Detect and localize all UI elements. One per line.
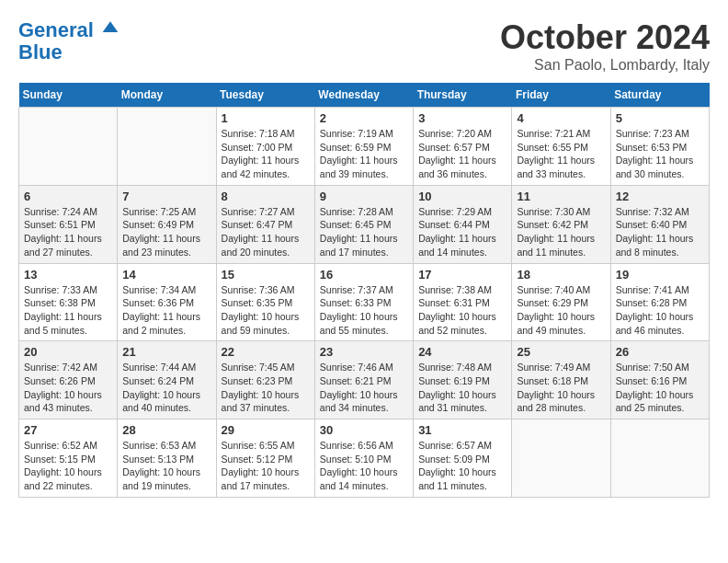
day-info: Sunrise: 7:27 AMSunset: 6:47 PMDaylight:…	[222, 205, 310, 259]
day-number: 13	[24, 268, 112, 282]
calendar-cell	[512, 419, 610, 498]
calendar-cell: 2Sunrise: 7:19 AMSunset: 6:59 PMDaylight…	[314, 108, 413, 186]
weekday-header-friday: Friday	[512, 83, 610, 108]
day-info: Sunrise: 7:25 AMSunset: 6:49 PMDaylight:…	[122, 205, 210, 259]
day-info: Sunrise: 6:56 AMSunset: 5:10 PMDaylight:…	[320, 439, 408, 493]
day-number: 30	[320, 423, 408, 437]
day-info: Sunrise: 7:18 AMSunset: 7:00 PMDaylight:…	[222, 127, 310, 181]
day-number: 28	[122, 423, 210, 437]
day-number: 12	[616, 190, 704, 203]
calendar-cell: 6Sunrise: 7:24 AMSunset: 6:51 PMDaylight…	[19, 185, 118, 263]
calendar-cell: 24Sunrise: 7:48 AMSunset: 6:19 PMDayligh…	[414, 341, 512, 419]
week-row-4: 20Sunrise: 7:42 AMSunset: 6:26 PMDayligh…	[19, 341, 710, 419]
weekday-header-saturday: Saturday	[610, 83, 709, 108]
day-info: Sunrise: 7:49 AMSunset: 6:18 PMDaylight:…	[517, 361, 605, 415]
day-info: Sunrise: 6:53 AMSunset: 5:13 PMDaylight:…	[122, 439, 210, 493]
day-number: 26	[616, 345, 704, 359]
calendar-cell: 18Sunrise: 7:40 AMSunset: 6:29 PMDayligh…	[512, 263, 610, 341]
calendar-cell: 14Sunrise: 7:34 AMSunset: 6:36 PMDayligh…	[118, 263, 216, 341]
day-info: Sunrise: 7:28 AMSunset: 6:45 PMDaylight:…	[320, 205, 408, 259]
calendar-cell: 5Sunrise: 7:23 AMSunset: 6:53 PMDaylight…	[610, 108, 709, 186]
day-info: Sunrise: 6:52 AMSunset: 5:15 PMDaylight:…	[24, 439, 112, 493]
month-title: October 2024	[500, 18, 710, 57]
calendar-cell: 13Sunrise: 7:33 AMSunset: 6:38 PMDayligh…	[19, 263, 118, 341]
day-info: Sunrise: 7:37 AMSunset: 6:33 PMDaylight:…	[320, 283, 408, 338]
day-info: Sunrise: 7:50 AMSunset: 6:16 PMDaylight:…	[616, 361, 704, 415]
calendar-cell: 20Sunrise: 7:42 AMSunset: 6:26 PMDayligh…	[19, 341, 118, 419]
day-info: Sunrise: 7:21 AMSunset: 6:55 PMDaylight:…	[517, 127, 605, 181]
day-info: Sunrise: 7:36 AMSunset: 6:35 PMDaylight:…	[222, 283, 310, 338]
day-number: 5	[616, 111, 704, 125]
day-number: 6	[24, 190, 112, 203]
day-number: 16	[320, 268, 408, 282]
day-info: Sunrise: 7:44 AMSunset: 6:24 PMDaylight:…	[122, 361, 210, 415]
day-number: 31	[418, 423, 506, 437]
calendar-cell	[118, 108, 216, 186]
day-info: Sunrise: 7:30 AMSunset: 6:42 PMDaylight:…	[517, 205, 605, 259]
day-info: Sunrise: 7:34 AMSunset: 6:36 PMDaylight:…	[122, 283, 210, 338]
day-info: Sunrise: 7:32 AMSunset: 6:40 PMDaylight:…	[616, 205, 704, 259]
day-info: Sunrise: 7:20 AMSunset: 6:57 PMDaylight:…	[418, 127, 506, 181]
week-row-1: 1Sunrise: 7:18 AMSunset: 7:00 PMDaylight…	[19, 108, 710, 186]
logo-blue: Blue	[18, 40, 63, 63]
calendar-cell: 28Sunrise: 6:53 AMSunset: 5:13 PMDayligh…	[118, 419, 216, 498]
calendar-cell	[19, 108, 118, 186]
day-info: Sunrise: 7:23 AMSunset: 6:53 PMDaylight:…	[616, 127, 704, 181]
day-number: 17	[418, 268, 506, 282]
page-header: General Blue October 2024 San Paolo, Lom…	[18, 18, 710, 74]
logo-icon	[101, 18, 119, 37]
day-number: 8	[222, 190, 310, 203]
logo: General Blue	[18, 18, 119, 63]
day-info: Sunrise: 6:55 AMSunset: 5:12 PMDaylight:…	[222, 439, 310, 493]
day-info: Sunrise: 7:41 AMSunset: 6:28 PMDaylight:…	[616, 283, 704, 338]
calendar-cell: 8Sunrise: 7:27 AMSunset: 6:47 PMDaylight…	[216, 185, 314, 263]
day-number: 21	[122, 345, 210, 359]
day-number: 4	[517, 111, 605, 125]
week-row-2: 6Sunrise: 7:24 AMSunset: 6:51 PMDaylight…	[19, 185, 710, 263]
day-info: Sunrise: 7:33 AMSunset: 6:38 PMDaylight:…	[24, 283, 112, 338]
day-number: 1	[222, 111, 310, 125]
day-number: 15	[222, 268, 310, 282]
calendar-cell: 26Sunrise: 7:50 AMSunset: 6:16 PMDayligh…	[610, 341, 709, 419]
calendar-cell: 9Sunrise: 7:28 AMSunset: 6:45 PMDaylight…	[314, 185, 413, 263]
location-title: San Paolo, Lombardy, Italy	[500, 57, 710, 74]
calendar-cell: 11Sunrise: 7:30 AMSunset: 6:42 PMDayligh…	[512, 185, 610, 263]
day-info: Sunrise: 7:38 AMSunset: 6:31 PMDaylight:…	[418, 283, 506, 338]
day-info: Sunrise: 7:29 AMSunset: 6:44 PMDaylight:…	[418, 205, 506, 259]
calendar-cell: 17Sunrise: 7:38 AMSunset: 6:31 PMDayligh…	[414, 263, 512, 341]
weekday-header-monday: Monday	[118, 83, 216, 108]
day-number: 2	[320, 111, 408, 125]
calendar-cell: 16Sunrise: 7:37 AMSunset: 6:33 PMDayligh…	[314, 263, 413, 341]
logo-general: General	[18, 18, 94, 41]
calendar-cell: 10Sunrise: 7:29 AMSunset: 6:44 PMDayligh…	[414, 185, 512, 263]
day-number: 3	[418, 111, 506, 125]
day-info: Sunrise: 7:24 AMSunset: 6:51 PMDaylight:…	[24, 205, 112, 259]
calendar-cell	[610, 419, 709, 498]
day-number: 9	[320, 190, 408, 203]
calendar-cell: 25Sunrise: 7:49 AMSunset: 6:18 PMDayligh…	[512, 341, 610, 419]
day-number: 23	[320, 345, 408, 359]
weekday-header-sunday: Sunday	[19, 83, 118, 108]
calendar-cell: 4Sunrise: 7:21 AMSunset: 6:55 PMDaylight…	[512, 108, 610, 186]
day-info: Sunrise: 7:19 AMSunset: 6:59 PMDaylight:…	[320, 127, 408, 181]
day-info: Sunrise: 7:40 AMSunset: 6:29 PMDaylight:…	[517, 283, 605, 338]
day-number: 7	[122, 190, 210, 203]
day-number: 10	[418, 190, 506, 203]
calendar-cell: 7Sunrise: 7:25 AMSunset: 6:49 PMDaylight…	[118, 185, 216, 263]
calendar-cell: 29Sunrise: 6:55 AMSunset: 5:12 PMDayligh…	[216, 419, 314, 498]
week-row-5: 27Sunrise: 6:52 AMSunset: 5:15 PMDayligh…	[19, 419, 710, 498]
day-number: 20	[24, 345, 112, 359]
day-info: Sunrise: 7:48 AMSunset: 6:19 PMDaylight:…	[418, 361, 506, 415]
weekday-header-row: SundayMondayTuesdayWednesdayThursdayFrid…	[19, 83, 710, 108]
calendar-cell: 27Sunrise: 6:52 AMSunset: 5:15 PMDayligh…	[19, 419, 118, 498]
week-row-3: 13Sunrise: 7:33 AMSunset: 6:38 PMDayligh…	[19, 263, 710, 341]
calendar-table: SundayMondayTuesdayWednesdayThursdayFrid…	[18, 83, 710, 498]
weekday-header-wednesday: Wednesday	[314, 83, 413, 108]
day-number: 19	[616, 268, 704, 282]
calendar-cell: 23Sunrise: 7:46 AMSunset: 6:21 PMDayligh…	[314, 341, 413, 419]
calendar-cell: 22Sunrise: 7:45 AMSunset: 6:23 PMDayligh…	[216, 341, 314, 419]
day-number: 25	[517, 345, 605, 359]
day-number: 29	[222, 423, 310, 437]
calendar-cell: 1Sunrise: 7:18 AMSunset: 7:00 PMDaylight…	[216, 108, 314, 186]
svg-marker-0	[103, 21, 119, 32]
